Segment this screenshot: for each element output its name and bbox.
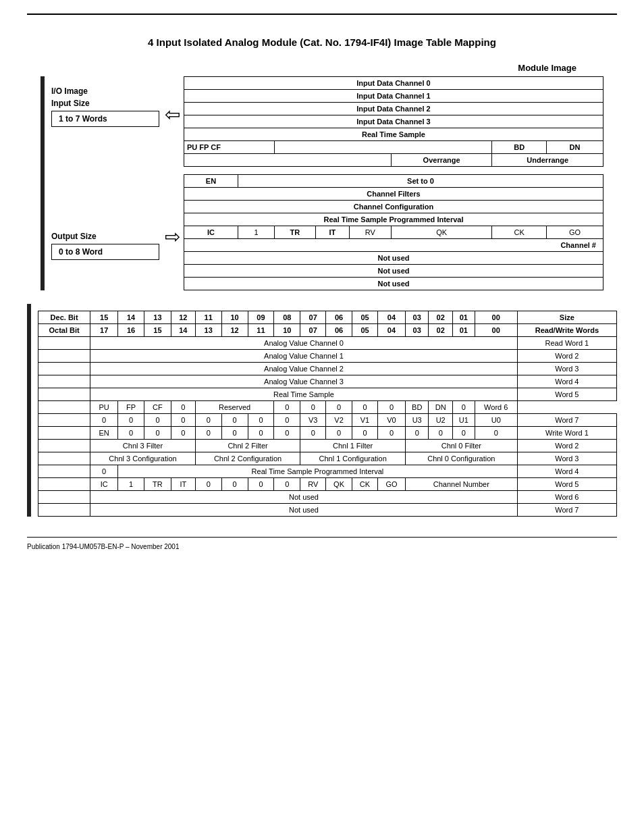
empty-cell	[38, 337, 90, 350]
chnl1-filter: Chnl 1 Filter	[300, 440, 406, 452]
ck-data: CK	[352, 478, 378, 491]
it-data: IT	[171, 478, 195, 491]
v2: V2	[326, 414, 352, 427]
go-cell: GO	[546, 226, 603, 239]
en-write: EN	[90, 427, 118, 440]
zero6: 0	[378, 401, 406, 414]
input-ch3: Input Data Channel 3	[184, 115, 603, 128]
w1-0a: 0	[118, 427, 144, 440]
not-used-3: Not used	[184, 278, 603, 290]
empty-cell	[38, 478, 90, 491]
bit15: 15	[90, 311, 118, 324]
channel-hash: Channel #	[184, 239, 603, 252]
main-data-table: Dec. Bit 15 14 13 12 11 10 09 08 07 06 0…	[38, 311, 617, 517]
rts-zero: 0	[90, 465, 118, 478]
zero-w5b: 0	[221, 478, 248, 491]
r7-0g: 0	[248, 414, 274, 427]
u0: U0	[475, 414, 517, 427]
obit07: 07	[300, 324, 326, 337]
zero-w5d: 0	[274, 478, 300, 491]
one-data: 1	[118, 478, 144, 491]
bit13: 13	[144, 311, 171, 324]
analog-ch3: Analog Value Channel 3	[90, 375, 518, 388]
bit09: 09	[248, 311, 274, 324]
word2a: Word 2	[517, 350, 616, 363]
read-word-1: Read Word 1	[517, 337, 616, 350]
chnl0-filter: Chnl 0 Filter	[405, 440, 517, 452]
word4a: Word 4	[517, 375, 616, 388]
obit15: 15	[144, 324, 171, 337]
publication-label: Publication 1794-UM057B-EN-P – November …	[27, 543, 617, 550]
ic-cell: IC	[184, 226, 238, 239]
overrange-label	[184, 154, 392, 167]
dec-bit-header: Dec. Bit	[38, 311, 90, 324]
table-row: Analog Value Channel 2 Word 3	[38, 363, 617, 375]
input-arrow: ⇦	[165, 103, 180, 126]
v0: V0	[378, 414, 406, 427]
overrange-text: Overrange	[391, 154, 492, 167]
dn-label: DN	[546, 141, 603, 154]
it-cell: IT	[315, 226, 349, 239]
chnl2-filter: Chnl 2 Filter	[195, 440, 300, 452]
empty-cell	[38, 491, 90, 504]
empty-cell	[38, 427, 90, 440]
rts-programmed: Real Time Sample Programmed Interval	[184, 213, 603, 226]
v3: V3	[300, 414, 326, 427]
word4b: Word 4	[517, 465, 616, 478]
v1: V1	[352, 414, 378, 427]
rv-data: RV	[300, 478, 326, 491]
chnl1-config: Chnl 1 Configuration	[300, 452, 406, 465]
obit06: 06	[326, 324, 352, 337]
not-used-1: Not used	[184, 252, 603, 265]
qk-cell: QK	[391, 226, 492, 239]
bit00: 00	[475, 311, 517, 324]
word3a: Word 3	[517, 363, 616, 375]
empty-cell	[38, 414, 90, 427]
word5a: Word 5	[517, 388, 616, 401]
empty-cell	[38, 401, 90, 414]
obit13: 13	[195, 324, 221, 337]
module-image-label: Module Image	[27, 63, 576, 73]
real-time-sample-input: Real Time Sample	[184, 128, 603, 141]
empty-cell	[38, 375, 90, 388]
one-cell: 1	[238, 226, 274, 239]
obit10: 10	[274, 324, 300, 337]
input-ch0: Input Data Channel 0	[184, 77, 603, 90]
chnl3-filter: Chnl 3 Filter	[90, 440, 196, 452]
r7-0b: 0	[118, 414, 144, 427]
table-row: 0 0 0 0 0 0 0 0 V3 V2 V1 V0 U3 U2 U1 U0	[38, 414, 617, 427]
zero7: 0	[452, 401, 475, 414]
rw-words-header: Read/Write Words	[517, 324, 616, 337]
pu-fp-cf: PU FP CF	[184, 141, 275, 154]
r7-0c: 0	[144, 414, 171, 427]
table-row: PU FP CF 0 Reserved 0 0 0 0 0 BD DN 0 Wo…	[38, 401, 617, 414]
table-row: Analog Value Channel 0 Read Word 1	[38, 337, 617, 350]
channel-config: Channel Configuration	[184, 201, 603, 213]
input-size-label: Input Size	[51, 99, 159, 108]
r7-0a: 0	[90, 414, 118, 427]
empty-cell	[38, 465, 90, 478]
w1-0g: 0	[274, 427, 300, 440]
obit11: 11	[248, 324, 274, 337]
table-row: 0 Real Time Sample Programmed Interval W…	[38, 465, 617, 478]
empty-cell	[38, 363, 90, 375]
obit17: 17	[90, 324, 118, 337]
octal-bit-header: Octal Bit	[38, 324, 90, 337]
output-size-label: Output Size	[51, 232, 159, 241]
empty-cell	[38, 388, 90, 401]
w1-0o: 0	[475, 427, 517, 440]
w1-0j: 0	[352, 427, 378, 440]
zero3: 0	[300, 401, 326, 414]
tr-cell: TR	[275, 226, 316, 239]
bit08: 08	[274, 311, 300, 324]
bd-label: BD	[492, 141, 546, 154]
reserved-cell: Reserved	[195, 401, 274, 414]
obit05: 05	[352, 324, 378, 337]
r7-0f: 0	[221, 414, 248, 427]
table-row: IC 1 TR IT 0 0 0 0 RV QK CK GO Channel N…	[38, 478, 617, 491]
tr-data: TR	[144, 478, 171, 491]
w1-0c: 0	[171, 427, 195, 440]
zero-cell: 0	[171, 401, 195, 414]
obit03: 03	[405, 324, 429, 337]
io-image-label: I/O Image	[51, 86, 159, 96]
